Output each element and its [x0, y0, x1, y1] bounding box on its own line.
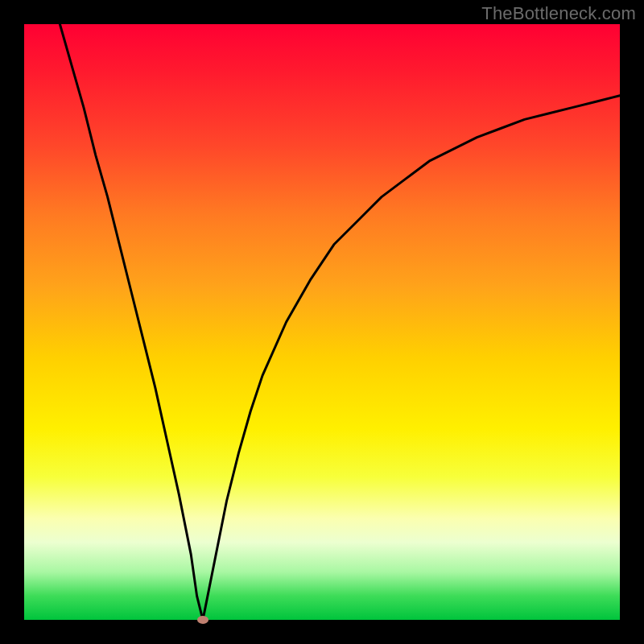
- bottleneck-curve: [24, 24, 620, 620]
- plot-area: [24, 24, 620, 620]
- watermark-label: TheBottleneck.com: [481, 3, 636, 24]
- optimal-point-marker: [197, 616, 208, 624]
- chart-container: TheBottleneck.com: [0, 0, 644, 644]
